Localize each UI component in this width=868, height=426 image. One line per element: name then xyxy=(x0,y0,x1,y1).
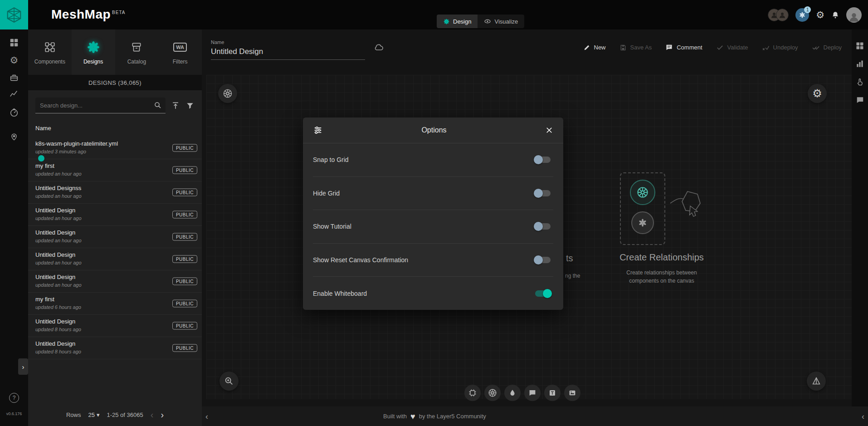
image-icon xyxy=(568,389,576,397)
design-row[interactable]: Untitled Design updated an hour ago PUBL… xyxy=(28,204,202,226)
design-row[interactable]: Untitled Design updated 8 hours ago PUBL… xyxy=(28,337,202,359)
design-row[interactable]: my first updated an hour ago PUBLIC xyxy=(28,159,202,181)
hidden-card-title-fragment: ts xyxy=(566,253,573,264)
media-tool-button[interactable] xyxy=(564,385,580,401)
design-name-label: Name xyxy=(211,39,365,45)
eye-icon xyxy=(484,18,491,25)
footer-credit: Built with ♥ by the Layer5 Community xyxy=(383,406,486,426)
tab-components[interactable]: Components xyxy=(28,29,72,75)
heart-icon: ♥ xyxy=(410,412,415,421)
show-tutorial-toggle[interactable] xyxy=(535,223,551,230)
design-name-field: Name xyxy=(211,39,365,60)
check-icon xyxy=(716,44,724,51)
collaborator-avatar-2[interactable] xyxy=(776,9,789,21)
collapse-right-icon[interactable]: ‹ xyxy=(862,411,864,421)
upload-design-button[interactable] xyxy=(171,101,180,110)
show-reset-canvas-confirmation-toggle[interactable] xyxy=(535,257,551,263)
meshery-notifications-button[interactable]: 1 xyxy=(795,8,809,22)
designs-mesh-icon xyxy=(87,40,100,54)
components-panel-button[interactable] xyxy=(855,41,864,50)
save-icon xyxy=(619,44,627,51)
rows-per-page-select[interactable]: 25 ▾ xyxy=(88,411,99,418)
text-tool-button[interactable] xyxy=(544,385,561,401)
design-row[interactable]: Untitled Design updated an hour ago PUBL… xyxy=(28,248,202,270)
tab-catalog[interactable]: Catalog xyxy=(115,29,159,75)
layer5-hexagon-icon xyxy=(5,6,23,24)
tab-designs[interactable]: Designs xyxy=(72,29,115,75)
setting-show-reset-confirmation: Show Reset Canvas Confirmation xyxy=(313,244,553,277)
enable-whiteboard-toggle[interactable] xyxy=(535,290,551,297)
metrics-panel-button[interactable] xyxy=(855,59,864,69)
undeploy-icon xyxy=(762,44,770,51)
hide-grid-toggle[interactable] xyxy=(535,190,551,196)
lifecycle-icon[interactable]: ⚙ xyxy=(10,55,19,65)
canvas-options-button[interactable]: ⚙ xyxy=(808,84,827,103)
visibility-badge: PUBLIC xyxy=(172,166,197,174)
validate-button: Validate xyxy=(716,44,748,51)
kubernetes-icon xyxy=(222,88,233,99)
design-row[interactable]: Untitled Design updated 8 hours ago PUBL… xyxy=(28,315,202,337)
dashboard-icon[interactable] xyxy=(9,38,19,48)
meshmap-app: MeshMapBETA Design xyxy=(0,0,868,426)
design-mode-button[interactable]: Design xyxy=(437,15,478,28)
scan-tool-button[interactable] xyxy=(464,385,481,401)
meshery-logo-icon xyxy=(637,217,648,228)
setting-show-tutorial: Show Tutorial xyxy=(313,210,553,244)
performance-icon[interactable] xyxy=(9,89,19,99)
new-design-button[interactable]: New xyxy=(583,44,606,51)
extensions-icon[interactable] xyxy=(9,108,19,118)
zoom-button[interactable] xyxy=(219,372,239,391)
search-box xyxy=(35,98,166,113)
designs-sidebar: Components xyxy=(28,29,202,426)
layer5-logo[interactable] xyxy=(0,0,28,29)
cloud-sync-icon[interactable] xyxy=(373,42,384,53)
user-avatar-button[interactable] xyxy=(846,7,862,23)
visualize-mode-button[interactable]: Visualize xyxy=(478,15,524,28)
search-input[interactable] xyxy=(39,102,154,109)
comments-panel-button[interactable] xyxy=(856,96,864,104)
sidebar-expand-handle[interactable]: › xyxy=(18,358,28,375)
search-icon xyxy=(154,101,162,109)
demo-kubernetes-node xyxy=(630,180,655,205)
design-row[interactable]: my first updated 6 hours ago PUBLIC xyxy=(28,293,202,315)
undeploy-button: Undeploy xyxy=(762,44,798,51)
previous-page-button[interactable]: ‹ xyxy=(151,410,154,420)
interaction-panel-button[interactable] xyxy=(855,78,864,87)
design-row[interactable]: k8s-wasm-plugin-ratelimiter.yml updated … xyxy=(28,137,202,159)
kubernetes-canvas-button[interactable] xyxy=(218,84,237,103)
collapse-left-icon[interactable]: ‹ xyxy=(205,411,208,421)
design-row[interactable]: Untitled Design updated an hour ago PUBL… xyxy=(28,270,202,293)
components-icon xyxy=(44,40,56,54)
tab-filters[interactable]: WA Filters xyxy=(158,29,202,75)
next-page-button[interactable]: › xyxy=(161,410,164,420)
configuration-icon[interactable] xyxy=(9,73,19,83)
notification-bell-button[interactable] xyxy=(831,11,839,19)
pin-icon[interactable] xyxy=(10,132,19,142)
options-modal: Options Snap to Grid Hide Grid Show Tuto… xyxy=(303,118,563,310)
kubernetes-icon xyxy=(636,186,649,199)
filter-designs-button[interactable] xyxy=(185,101,195,110)
visibility-badge: PUBLIC xyxy=(172,233,197,241)
close-button[interactable] xyxy=(545,126,553,134)
design-name-input[interactable] xyxy=(211,47,365,60)
wasm-filters-icon: WA xyxy=(173,40,187,54)
app-footer: ‹ Built with ♥ by the Layer5 Community ‹ xyxy=(202,406,868,426)
help-button[interactable]: ? xyxy=(9,393,19,403)
settings-gear-button[interactable]: ⚙ xyxy=(816,10,824,20)
shapes-prism-button[interactable] xyxy=(807,372,826,391)
drop-icon xyxy=(508,389,517,397)
design-row[interactable]: Untitled Design updated an hour ago PUBL… xyxy=(28,226,202,248)
chevron-down-icon: ▾ xyxy=(97,411,100,418)
snap-to-grid-toggle[interactable] xyxy=(535,157,551,163)
mode-toggle: Design Visualize xyxy=(437,15,524,28)
design-row[interactable]: Untitled Designss updated an hour ago PU… xyxy=(28,181,202,204)
comment-tool-button[interactable] xyxy=(524,385,541,401)
options-modal-title: Options xyxy=(323,126,545,134)
visibility-badge: PUBLIC xyxy=(172,344,197,352)
kubernetes-tool-button[interactable] xyxy=(484,385,501,401)
deploy-button: Deploy xyxy=(812,44,842,51)
visibility-badge: PUBLIC xyxy=(172,278,197,285)
shapes-tool-button[interactable] xyxy=(504,385,521,401)
comment-button[interactable]: Comment xyxy=(665,44,702,51)
pagination-range: 1-25 of 36065 xyxy=(107,411,143,418)
